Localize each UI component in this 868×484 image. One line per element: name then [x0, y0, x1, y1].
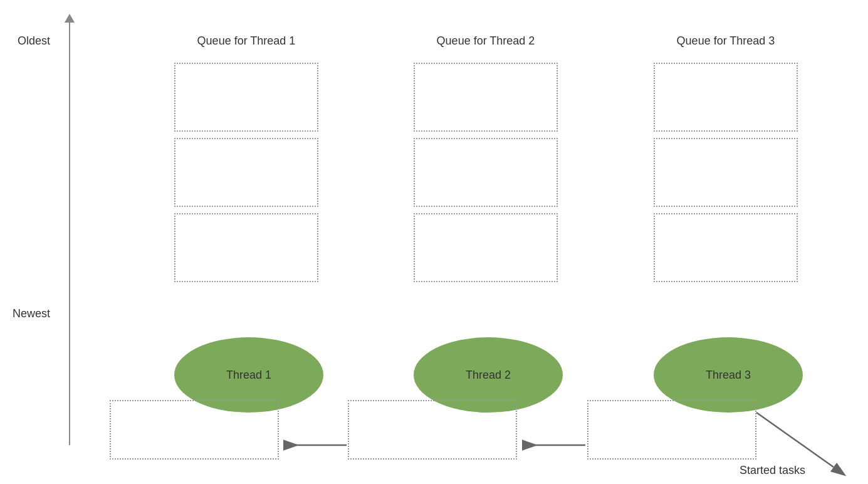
- y-axis: [69, 19, 70, 445]
- queue-2-title: Queue for Thread 2: [414, 34, 558, 48]
- queue-2-title-container: Queue for Thread 2: [414, 34, 558, 53]
- queue-3-title-container: Queue for Thread 3: [654, 34, 798, 53]
- queue-1-bottom-box: [110, 400, 279, 460]
- queue-3-bottom-box: [587, 400, 756, 460]
- thread-3-label: Thread 3: [706, 369, 751, 382]
- label-oldest: Oldest: [18, 34, 50, 48]
- label-newest: Newest: [13, 307, 50, 320]
- queue-2-box-3: [414, 213, 558, 282]
- queue-3-box-3: [654, 213, 798, 282]
- queue-1-box-1: [174, 63, 318, 132]
- queue-2-box-2: [414, 138, 558, 207]
- queue-3-title: Queue for Thread 3: [654, 34, 798, 48]
- queue-1-box-2: [174, 138, 318, 207]
- arrow-3: [756, 413, 834, 467]
- queue-3-box-1: [654, 63, 798, 132]
- queue-1-box-3: [174, 213, 318, 282]
- started-tasks-label: Started tasks: [740, 464, 805, 477]
- queue-3-box-2: [654, 138, 798, 207]
- queue-1-title: Queue for Thread 1: [174, 34, 318, 48]
- queue-1-title-container: Queue for Thread 1: [174, 34, 318, 53]
- queue-2-bottom-box: [348, 400, 517, 460]
- thread-1-label: Thread 1: [226, 369, 271, 382]
- diagram-container: Oldest Newest Queue for Thread 1 Thread …: [0, 0, 868, 484]
- queue-2-box-1: [414, 63, 558, 132]
- thread-2-label: Thread 2: [466, 369, 511, 382]
